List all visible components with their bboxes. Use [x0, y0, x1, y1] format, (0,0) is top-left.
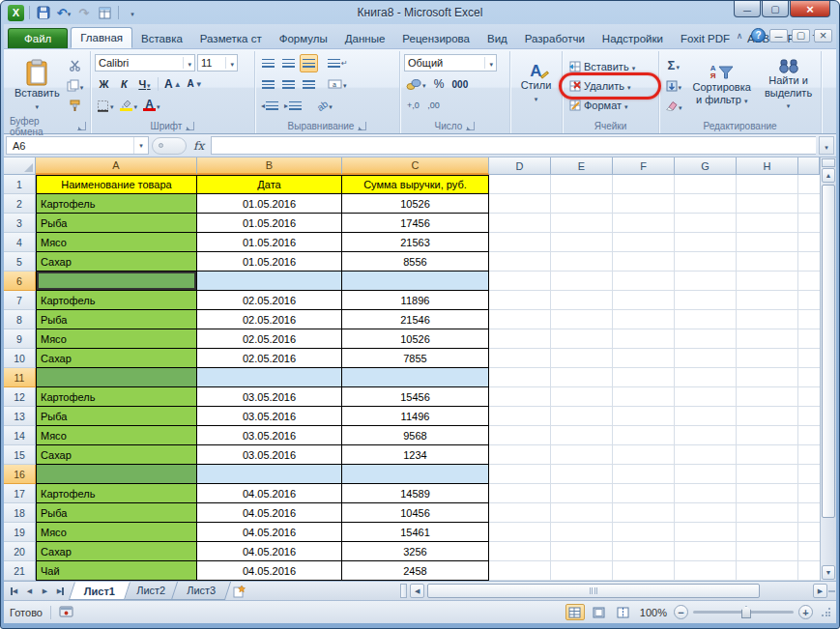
cell-E8[interactable]: [551, 310, 613, 329]
row-header-6[interactable]: 6: [4, 272, 36, 291]
cell-partial-10[interactable]: [798, 349, 820, 368]
cell-partial-14[interactable]: [798, 426, 820, 445]
row-header-18[interactable]: 18: [4, 503, 36, 523]
column-header-F[interactable]: F: [613, 157, 675, 175]
cell-C3[interactable]: 17456: [342, 214, 489, 233]
cell-H15[interactable]: [737, 445, 798, 465]
collapse-ribbon-button[interactable]: [732, 29, 747, 43]
cell-F17[interactable]: [613, 484, 675, 503]
delete-cells-button[interactable]: Удалить: [566, 76, 654, 96]
cell-partial-4[interactable]: [798, 233, 820, 252]
cell-partial-9[interactable]: [798, 329, 820, 349]
cell-E20[interactable]: [551, 542, 613, 561]
shrink-font-button[interactable]: А▼: [186, 75, 205, 94]
row-header-9[interactable]: 9: [4, 329, 36, 349]
row-header-19[interactable]: 19: [4, 523, 36, 542]
cell-D7[interactable]: [489, 291, 551, 310]
cell-A16[interactable]: [36, 465, 197, 484]
cell-G11[interactable]: [675, 368, 737, 387]
row-header-8[interactable]: 8: [4, 310, 36, 329]
column-header-D[interactable]: D: [489, 157, 551, 175]
cell-D2[interactable]: [489, 194, 551, 214]
ribbon-tab-home[interactable]: Главная: [71, 27, 132, 48]
cell-D11[interactable]: [489, 368, 551, 387]
cell-G4[interactable]: [675, 233, 737, 252]
cell-C12[interactable]: 15456: [342, 387, 489, 407]
cell-G16[interactable]: [675, 465, 737, 484]
copy-button[interactable]: [65, 76, 86, 95]
cell-H17[interactable]: [737, 484, 798, 503]
cell-F14[interactable]: [613, 426, 675, 445]
cell-D16[interactable]: [489, 465, 551, 484]
cell-C19[interactable]: 15461: [342, 523, 489, 542]
row-header-7[interactable]: 7: [4, 291, 36, 310]
cell-partial-6[interactable]: [798, 272, 820, 291]
cell-H3[interactable]: [737, 214, 798, 233]
cell-partial-8[interactable]: [798, 310, 820, 329]
cell-C14[interactable]: 9568: [342, 426, 489, 445]
cell-E2[interactable]: [551, 194, 613, 214]
cell-B20[interactable]: 04.05.2016: [197, 542, 342, 561]
cell-A20[interactable]: Сахар: [36, 542, 197, 561]
cell-G17[interactable]: [675, 484, 737, 503]
cell-G12[interactable]: [675, 387, 737, 407]
name-box[interactable]: A6: [6, 136, 149, 155]
insert-cells-button[interactable]: Вставить: [566, 57, 654, 76]
cell-G8[interactable]: [675, 310, 737, 329]
cell-D6[interactable]: [489, 272, 551, 291]
cell-E12[interactable]: [551, 387, 613, 407]
cell-A4[interactable]: Мясо: [36, 233, 197, 252]
cell-C2[interactable]: 10526: [342, 194, 489, 214]
cell-G21[interactable]: [675, 561, 737, 581]
cell-B5[interactable]: 01.05.2016: [197, 252, 342, 272]
cell-B15[interactable]: 03.05.2016: [197, 445, 342, 465]
scroll-up-button[interactable]: [822, 168, 835, 183]
scroll-left-button[interactable]: [410, 584, 424, 598]
horizontal-scroll-track[interactable]: [425, 584, 812, 598]
cell-E6[interactable]: [551, 272, 613, 291]
cell-H1[interactable]: [737, 175, 798, 194]
cell-D8[interactable]: [489, 310, 551, 329]
row-header-3[interactable]: 3: [4, 214, 36, 233]
cell-F9[interactable]: [613, 329, 675, 349]
cell-A1[interactable]: Наименование товара: [36, 175, 197, 194]
cell-A21[interactable]: Чай: [36, 561, 197, 581]
cell-G7[interactable]: [675, 291, 737, 310]
cell-G9[interactable]: [675, 329, 737, 349]
cell-G14[interactable]: [675, 426, 737, 445]
horizontal-scrollbar[interactable]: [409, 582, 836, 600]
fill-color-button[interactable]: [118, 97, 140, 115]
cell-A14[interactable]: Мясо: [36, 426, 197, 445]
cell-H11[interactable]: [737, 368, 798, 387]
column-header-H[interactable]: H: [737, 157, 798, 175]
cell-F13[interactable]: [613, 407, 675, 426]
cell-B17[interactable]: 04.05.2016: [197, 484, 342, 503]
cell-C16[interactable]: [342, 465, 489, 484]
cell-H21[interactable]: [737, 561, 798, 581]
resize-grip[interactable]: [818, 608, 830, 616]
borders-button[interactable]: [95, 97, 116, 115]
row-header-12[interactable]: 12: [4, 387, 36, 407]
cell-E11[interactable]: [551, 368, 613, 387]
cell-A19[interactable]: Мясо: [36, 523, 197, 542]
cell-D10[interactable]: [489, 349, 551, 368]
cell-G18[interactable]: [675, 503, 737, 523]
cell-D4[interactable]: [489, 233, 551, 252]
find-select-button[interactable]: Найти и выделить: [760, 52, 817, 119]
cell-G10[interactable]: [675, 349, 737, 368]
format-cells-button[interactable]: Формат: [566, 96, 654, 115]
previous-sheet-button[interactable]: [22, 584, 37, 598]
cell-G2[interactable]: [675, 194, 737, 214]
cell-H9[interactable]: [737, 329, 798, 349]
cell-F7[interactable]: [613, 291, 675, 310]
cell-G20[interactable]: [675, 542, 737, 561]
cell-A5[interactable]: Сахар: [36, 252, 197, 272]
cell-E17[interactable]: [551, 484, 613, 503]
cell-A18[interactable]: Рыба: [36, 503, 197, 523]
row-header-16[interactable]: 16: [4, 465, 36, 484]
cell-F15[interactable]: [613, 445, 675, 465]
bold-button[interactable]: Ж: [95, 75, 113, 94]
cell-C21[interactable]: 2458: [342, 561, 489, 581]
font-name-select[interactable]: Calibri: [95, 54, 195, 71]
row-header-20[interactable]: 20: [4, 542, 36, 561]
